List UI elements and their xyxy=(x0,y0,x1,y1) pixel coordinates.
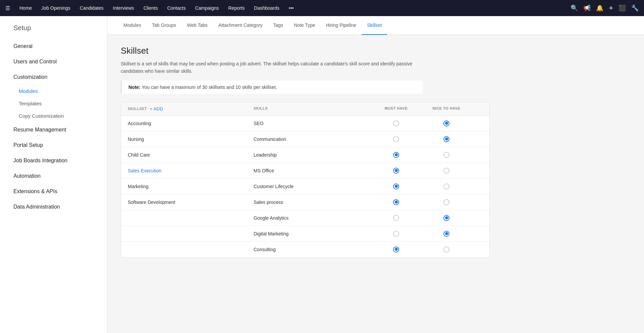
tab-bar: Modules Tab Groups Web Tabs Attachment C… xyxy=(107,16,644,35)
radio-nice-to-have[interactable] xyxy=(443,120,449,126)
nice-to-have-cell[interactable] xyxy=(420,131,473,147)
must-have-cell[interactable] xyxy=(373,163,420,178)
skillset-cell xyxy=(121,213,247,223)
tab-attachment-category[interactable]: Attachment Category xyxy=(213,16,268,35)
sidebar-item-data-administration[interactable]: Data Administration xyxy=(0,199,107,215)
page-title: Skillset xyxy=(121,46,631,56)
sidebar-item-templates[interactable]: Templates xyxy=(0,97,107,110)
nice-to-have-cell[interactable] xyxy=(420,210,473,226)
action-cell xyxy=(473,198,489,207)
sidebar-item-job-boards-integration[interactable]: Job Boards Integration xyxy=(0,153,107,168)
nice-to-have-cell[interactable] xyxy=(420,116,473,131)
table-row: Software Development Sales process xyxy=(121,195,489,210)
nice-to-have-cell[interactable] xyxy=(420,163,473,178)
must-have-cell[interactable] xyxy=(373,147,420,163)
must-have-cell[interactable] xyxy=(373,195,420,210)
radio-nice-to-have[interactable] xyxy=(443,183,449,189)
must-have-cell[interactable] xyxy=(373,242,420,257)
menu-icon[interactable]: ☰ xyxy=(5,5,10,11)
must-have-cell[interactable] xyxy=(373,226,420,241)
skillset-cell: Nursing xyxy=(121,132,247,147)
sidebar-item-users-and-control[interactable]: Users and Control xyxy=(0,54,107,69)
nav-dashboards[interactable]: Dashboards xyxy=(250,0,284,16)
radio-must-have[interactable] xyxy=(393,246,399,253)
table-row: Accounting SEO xyxy=(121,116,489,131)
search-icon[interactable]: 🔍 xyxy=(571,4,578,12)
table-row: Google Analytics xyxy=(121,210,489,226)
nav-interviews[interactable]: Interviews xyxy=(109,0,138,16)
skillset-cell-link[interactable]: Sales Execution xyxy=(121,163,247,178)
radio-must-have[interactable] xyxy=(393,152,399,158)
action-cell xyxy=(473,245,489,254)
must-have-cell[interactable] xyxy=(373,131,420,147)
action-cell xyxy=(473,213,489,223)
must-have-cell[interactable] xyxy=(373,116,420,131)
sidebar-item-extensions-apis[interactable]: Extensions & APIs xyxy=(0,184,107,199)
must-have-cell[interactable] xyxy=(373,179,420,194)
radio-must-have[interactable] xyxy=(393,136,399,142)
nav-candidates[interactable]: Candidates xyxy=(76,0,108,16)
broadcast-icon[interactable]: 📢 xyxy=(583,4,591,12)
radio-nice-to-have[interactable] xyxy=(443,231,449,237)
sidebar-item-customization[interactable]: Customization xyxy=(0,69,107,85)
nav-reports[interactable]: Reports xyxy=(224,0,249,16)
page-description: Skillset is a set of skills that may be … xyxy=(121,60,423,75)
table-row: Nursing Communication xyxy=(121,131,489,147)
radio-must-have[interactable] xyxy=(393,120,399,126)
tab-hiring-pipeline[interactable]: Hiring Pipeline xyxy=(321,16,362,35)
sidebar-item-copy-customization[interactable]: Copy Customization xyxy=(0,110,107,122)
radio-nice-to-have[interactable] xyxy=(443,246,449,253)
radio-nice-to-have[interactable] xyxy=(443,199,449,205)
grid-icon[interactable]: ⬛ xyxy=(619,4,626,12)
col-header-action xyxy=(473,102,489,115)
nav-contacts[interactable]: Contacts xyxy=(163,0,190,16)
radio-must-have[interactable] xyxy=(393,231,399,237)
content-area: Skillset Skillset is a set of skills tha… xyxy=(107,35,644,268)
skillset-cell: Child Care xyxy=(121,148,247,162)
sidebar-title: Setup xyxy=(0,24,107,39)
tab-modules[interactable]: Modules xyxy=(118,16,147,35)
tab-note-type[interactable]: Note Type xyxy=(288,16,321,35)
nav-home[interactable]: Home xyxy=(15,0,36,16)
add-skillset-button[interactable]: + Add xyxy=(150,106,163,111)
action-cell xyxy=(473,182,489,191)
sidebar-item-resume-management[interactable]: Resume Management xyxy=(0,122,107,137)
skill-cell: Consulting xyxy=(247,242,373,257)
radio-nice-to-have[interactable] xyxy=(443,168,449,174)
radio-nice-to-have[interactable] xyxy=(443,152,449,158)
nice-to-have-cell[interactable] xyxy=(420,195,473,210)
settings-icon[interactable]: 🔧 xyxy=(631,4,639,12)
tab-skillset[interactable]: Skillset xyxy=(362,16,387,35)
tab-tab-groups[interactable]: Tab Groups xyxy=(147,16,181,35)
nav-icons: 🔍 📢 🔔 + ⬛ 🔧 xyxy=(571,4,639,12)
sidebar-item-modules[interactable]: Modules xyxy=(0,85,107,97)
radio-must-have[interactable] xyxy=(393,215,399,221)
nice-to-have-cell[interactable] xyxy=(420,226,473,241)
nav-clients[interactable]: Clients xyxy=(140,0,162,16)
tab-tags[interactable]: Tags xyxy=(268,16,289,35)
notifications-icon[interactable]: 🔔 xyxy=(596,4,603,12)
radio-nice-to-have[interactable] xyxy=(443,215,449,221)
nice-to-have-cell[interactable] xyxy=(420,147,473,163)
skillset-cell xyxy=(121,245,247,254)
add-icon[interactable]: + xyxy=(609,4,613,12)
radio-must-have[interactable] xyxy=(393,199,399,205)
sidebar-item-portal-setup[interactable]: Portal Setup xyxy=(0,137,107,153)
skill-cell: Google Analytics xyxy=(247,211,373,225)
radio-must-have[interactable] xyxy=(393,183,399,189)
sidebar-item-general[interactable]: General xyxy=(0,39,107,54)
radio-must-have[interactable] xyxy=(393,168,399,174)
skillset-cell: Software Development xyxy=(121,195,247,210)
radio-nice-to-have[interactable] xyxy=(443,136,449,142)
nice-to-have-cell[interactable] xyxy=(420,179,473,194)
nav-job-openings[interactable]: Job Openings xyxy=(37,0,74,16)
main-content: Modules Tab Groups Web Tabs Attachment C… xyxy=(107,16,644,333)
tab-web-tabs[interactable]: Web Tabs xyxy=(181,16,213,35)
note-text: You can have a maximum of 30 skillsets a… xyxy=(142,85,277,90)
nice-to-have-cell[interactable] xyxy=(420,242,473,257)
nav-more[interactable]: ••• xyxy=(285,0,298,16)
nav-campaigns[interactable]: Campaigns xyxy=(191,0,223,16)
skillset-cell: Accounting xyxy=(121,116,247,131)
must-have-cell[interactable] xyxy=(373,210,420,226)
sidebar-item-automation[interactable]: Automation xyxy=(0,168,107,184)
